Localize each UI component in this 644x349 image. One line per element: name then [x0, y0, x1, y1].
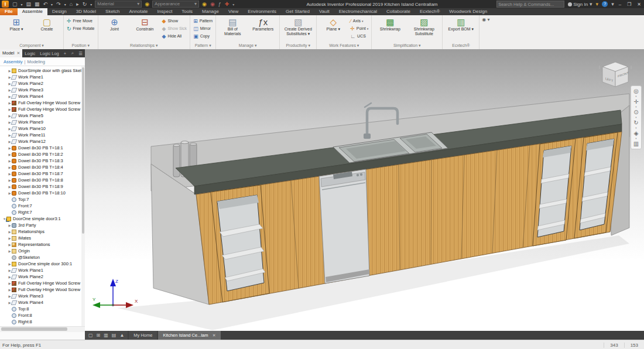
open-file-icon[interactable]: ▤	[25, 0, 33, 8]
chevron-down-icon[interactable]: ▾	[609, 0, 616, 8]
tree-item-imates[interactable]: ▶iMates	[0, 235, 85, 241]
close-button[interactable]: ✕	[634, 2, 644, 7]
cart-icon[interactable]: ▾	[594, 0, 601, 8]
new-file-icon[interactable]: ▢	[11, 0, 19, 8]
dishwasher[interactable]	[319, 169, 369, 283]
constrain-button[interactable]: ⊟Constrain	[131, 16, 160, 43]
navigation-bar[interactable]: ◎▾✛▾⊙▾↻▾◈▾▥	[631, 85, 642, 149]
tree-expand-icon[interactable]: ▼	[2, 217, 6, 221]
ribbon-group-label[interactable]: Productivity ▾	[281, 43, 315, 49]
point-button[interactable]: ✛Point▾	[348, 25, 370, 32]
show-sick-button[interactable]: ◆Show Sick	[160, 25, 189, 32]
steering-wheel-icon[interactable]: ◎	[633, 87, 639, 95]
ribbon-tab-inspect[interactable]: Inspect	[153, 8, 177, 15]
ribbon-group-label[interactable]: Component ▾	[1, 43, 62, 49]
tree-expand-icon[interactable]: ▶	[8, 288, 12, 292]
appearance-wheel-icon[interactable]: ◉	[143, 0, 151, 8]
copy-button[interactable]: ▣Copy	[191, 32, 214, 40]
tree-item-dowel-8x30-pb-t-18-4[interactable]: ▶Dowel 8x30 PB T=18:4	[0, 164, 85, 170]
document-icon[interactable]: ▤	[110, 333, 118, 338]
dropdown-icon[interactable]: ▾	[63, 1, 68, 9]
pan-icon[interactable]: ✛	[633, 98, 638, 105]
material-dropdown[interactable]: Material▾	[95, 1, 142, 8]
place-button[interactable]: ⊞Place ▾	[2, 16, 31, 43]
ribbon-tab-file[interactable]: File	[0, 8, 18, 15]
clean-screen-icon[interactable]: ▢	[87, 333, 95, 338]
dropdown-icon[interactable]: ▾	[231, 1, 236, 9]
tree-expand-icon[interactable]: ▶	[8, 166, 12, 169]
tree-item-doorone-simple-door3-1[interactable]: ▼DoorOne simple door3:1	[0, 215, 85, 222]
dropdown-icon[interactable]: ▾	[19, 1, 25, 9]
filter-assembly-link[interactable]: Assembly	[4, 59, 23, 64]
tree-item-top-7[interactable]: Top:7	[0, 196, 85, 203]
tree-expand-icon[interactable]: ▶	[8, 243, 12, 247]
switch-window-icon[interactable]: ⊞	[95, 333, 102, 338]
tree-item-dowel-8x30-pb-t-18-3[interactable]: ▶Dowel 8x30 PB T=18:3	[0, 158, 85, 164]
tree-expand-icon[interactable]: ▶	[8, 101, 12, 105]
tree-item-right-8[interactable]: Right:8	[0, 319, 85, 325]
home-icon[interactable]: ⌂	[68, 0, 74, 8]
ribbon-tab-manage[interactable]: Manage	[197, 8, 224, 15]
tree-expand-icon[interactable]: ▶	[8, 230, 12, 234]
ribbon-group-label[interactable]: Relationships ▾	[100, 43, 189, 49]
3d-viewport[interactable]: Z Y X LEFT FRONT ◎▾✛▾⊙▾↻▾◈▾▥	[85, 49, 644, 331]
browser-tab-logic-log[interactable]: Logic Log	[37, 51, 61, 56]
filter-modeling-link[interactable]: Modeling	[27, 59, 44, 64]
ribbon-group-label[interactable]: Work Features ▾	[318, 43, 370, 49]
ribbon-tab-woodwork-design[interactable]: Woodwork Design	[444, 8, 492, 15]
search-input[interactable]	[496, 1, 564, 8]
parameters-icon[interactable]: ƒ	[217, 0, 223, 8]
ribbon-tab-design[interactable]: Design	[47, 8, 71, 15]
tree-item-representations[interactable]: ▶Representations	[0, 241, 85, 248]
tree-item-front-7[interactable]: Front:7	[0, 203, 85, 209]
show-button[interactable]: ◆Show	[160, 17, 189, 25]
shrinkwrap-button[interactable]: ▩Shrinkwrap	[374, 16, 406, 43]
create-derived-substitutes-button[interactable]: ▧Create Derived Substitutes ▾	[282, 16, 314, 43]
ribbon-tab-annotate[interactable]: Annotate	[125, 8, 153, 15]
tree-expand-icon[interactable]: ▶	[8, 69, 12, 73]
ribbon-tab-3d-model[interactable]: 3D Model	[71, 8, 101, 15]
inventor-logo-icon[interactable]: I	[2, 1, 9, 8]
tree-item-dowel-8x30-pb-t-18-2[interactable]: ▶Dowel 8x30 PB T=18:2	[0, 151, 85, 158]
ucs-button[interactable]: ∟UCS	[348, 32, 370, 40]
ribbon-display-options[interactable]: ◉ ▾	[482, 17, 489, 49]
free-rotate-button[interactable]: ↻Free Rotate	[65, 25, 97, 32]
appearance-dropdown[interactable]: Appearance▾	[152, 1, 199, 8]
chevron-down-icon[interactable]: ▾	[588, 0, 594, 8]
tree-item-full-overlay-hinge-wood-screw-cup-9[interactable]: ▶Full Overlay Hinge Wood Screw Cup 9	[0, 286, 85, 293]
tree-item-dowel-8x30-pb-t-18-1[interactable]: ▶Dowel 8x30 PB T=18:1	[0, 145, 85, 151]
ribbon-group-label[interactable]: Manage ▾	[217, 43, 278, 49]
ribbon-tab-sketch[interactable]: Sketch	[101, 8, 124, 15]
tree-item-top-8[interactable]: Top:8	[0, 306, 85, 312]
ribbon-group-label[interactable]: Position ▾	[65, 43, 97, 49]
minimize-button[interactable]: –	[616, 2, 624, 7]
tree-item--skeleton[interactable]: @Skeleton	[0, 254, 85, 261]
browser-tab-model[interactable]: Model ✕	[0, 49, 22, 57]
close-icon[interactable]: ✕	[213, 333, 216, 337]
joint-button[interactable]: ⊕Joint	[100, 16, 129, 43]
update-icon[interactable]: ↻	[81, 0, 89, 8]
tree-item-full-overlay-hinge-wood-screw-cup-9[interactable]: ▶Full Overlay Hinge Wood Screw Cup 9	[0, 100, 85, 106]
tree-expand-icon[interactable]: ▶	[8, 282, 12, 285]
tree-item-full-overlay-hinge-wood-screw-cup-9[interactable]: ▶Full Overlay Hinge Wood Screw Cup 9	[0, 106, 85, 112]
ribbon-group-label[interactable]: Simplification ▾	[373, 43, 441, 49]
dropdown-icon[interactable]: ▾	[88, 1, 94, 9]
restore-button[interactable]: ❐	[624, 2, 634, 7]
bill-of-materials-button[interactable]: ▤Bill of Materials	[218, 16, 247, 43]
tree-item-work-plane11[interactable]: ▶Work Plane11	[0, 132, 85, 138]
tree-item-full-overlay-hinge-wood-screw-cup-9[interactable]: ▶Full Overlay Hinge Wood Screw Cup 9	[0, 280, 85, 286]
shrinkwrap-substitute-button[interactable]: ▨Shrinkwrap Substitute	[407, 16, 440, 43]
ribbon-tab-assemble[interactable]: Assemble	[18, 8, 47, 15]
tree-item-dowel-8x30-pb-t-18-8[interactable]: ▶Dowel 8x30 PB T=18:8	[0, 177, 85, 183]
ribbon-tab-tools[interactable]: Tools	[177, 8, 197, 15]
zoom-icon[interactable]: ⊙	[633, 108, 638, 116]
tree-expand-icon[interactable]: ▶	[8, 262, 12, 266]
help-icon[interactable]: ?	[602, 1, 608, 7]
tree-item-dowel-8x30-pb-t-18-9[interactable]: ▶Dowel 8x30 PB T=18:9	[0, 183, 85, 190]
parameters-button[interactable]: ƒxParameters	[248, 16, 278, 43]
hide-all-button[interactable]: ◆Hide All	[160, 32, 189, 40]
tree-expand-icon[interactable]: ▶	[8, 191, 12, 195]
tree-expand-icon[interactable]: ▶	[8, 179, 12, 182]
tree-item-3rd-party[interactable]: ▶3rd Party	[0, 222, 85, 228]
tree-item-doorsimple-door-with-glass-skeleton-k[interactable]: ▶DoorSimple door with glass Skeleton K	[0, 67, 85, 74]
